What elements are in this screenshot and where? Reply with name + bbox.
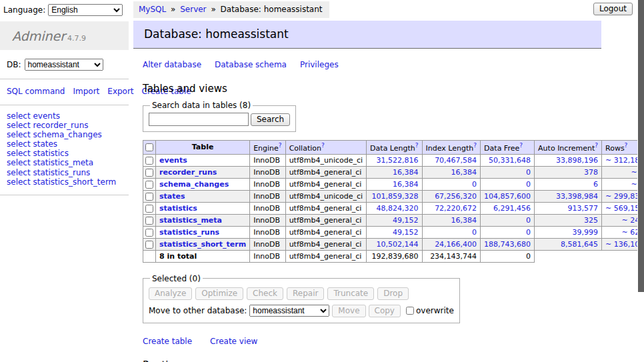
table-name-link-cell: schema_changes bbox=[156, 178, 250, 190]
auto-increment-link[interactable]: 33,898,196 bbox=[556, 156, 598, 165]
data-free-link-cell: 188,743,680 bbox=[481, 238, 535, 250]
data-length-link[interactable]: 16,384 bbox=[393, 180, 419, 189]
table-name-link[interactable]: statistics bbox=[159, 204, 197, 213]
sidebar-table-links: select eventsselect recorder_runsselect … bbox=[0, 105, 129, 195]
data-length-link[interactable]: 31,522,816 bbox=[377, 156, 419, 165]
sidebar-action-link[interactable]: Import bbox=[73, 87, 99, 96]
index-length-link[interactable]: 72,220,672 bbox=[435, 204, 477, 213]
sidebar-select-link[interactable]: select events bbox=[7, 111, 123, 121]
auto-increment-link[interactable]: 8,581,645 bbox=[561, 240, 598, 249]
column-help-link[interactable]: ? bbox=[625, 142, 628, 149]
sidebar-select-link[interactable]: select statistics_short_term bbox=[7, 177, 123, 187]
index-length-link[interactable]: 0 bbox=[472, 228, 477, 237]
sidebar-select-link[interactable]: select statistics_meta bbox=[7, 158, 123, 167]
column-help-link[interactable]: ? bbox=[519, 142, 523, 149]
database-action-link[interactable]: Database schema bbox=[215, 60, 287, 69]
database-action-link[interactable]: Privileges bbox=[300, 60, 339, 69]
create-link[interactable]: Create table bbox=[143, 337, 192, 346]
search-button[interactable]: Search bbox=[251, 113, 290, 126]
breadcrumb-mysql-link[interactable]: MySQL bbox=[139, 5, 166, 14]
index-length-link[interactable]: 16,384 bbox=[451, 168, 477, 177]
index-length-link[interactable]: 24,166,400 bbox=[435, 240, 477, 249]
data-length-link[interactable]: 101,859,328 bbox=[372, 192, 419, 201]
row-checkbox[interactable] bbox=[145, 193, 153, 201]
column-help-link[interactable]: ? bbox=[279, 142, 282, 149]
index-length-link[interactable]: 16,384 bbox=[451, 216, 477, 225]
auto-increment-link[interactable]: 913,577 bbox=[568, 204, 599, 213]
index-length-link[interactable]: 67,256,320 bbox=[435, 192, 477, 201]
column-help-link[interactable]: ? bbox=[321, 142, 325, 149]
vertical-scrollbar[interactable] bbox=[637, 0, 644, 362]
column-help-link[interactable]: ? bbox=[595, 142, 598, 149]
breadcrumb-server-link[interactable]: Server bbox=[180, 5, 206, 14]
auto-increment-link[interactable]: 39,999 bbox=[573, 228, 599, 237]
column-help-link[interactable]: ? bbox=[415, 142, 419, 149]
table-name-link[interactable]: statistics_runs bbox=[159, 228, 219, 237]
data-free-link[interactable]: 0 bbox=[526, 228, 531, 237]
data-free-link[interactable]: 0 bbox=[526, 168, 531, 177]
search-input[interactable] bbox=[149, 113, 249, 126]
logout-button[interactable]: Logout bbox=[593, 3, 633, 15]
table-name-link[interactable]: statistics_short_term bbox=[159, 240, 246, 249]
move-database-select[interactable]: homeassistant bbox=[249, 305, 329, 317]
select-all-checkbox[interactable] bbox=[145, 143, 153, 151]
table-name-link[interactable]: states bbox=[159, 192, 185, 201]
data-free-link[interactable]: 50,331,648 bbox=[489, 156, 531, 165]
table-name-link[interactable]: recorder_runs bbox=[159, 168, 217, 177]
data-length-link-cell: 16,384 bbox=[367, 178, 422, 190]
data-free-link-cell: 50,331,648 bbox=[481, 154, 535, 166]
auto-increment-link-cell: 378 bbox=[535, 166, 602, 178]
auto-increment-link[interactable]: 33,398,984 bbox=[556, 192, 598, 201]
overwrite-checkbox[interactable] bbox=[406, 307, 414, 315]
column-label: Rows bbox=[605, 144, 625, 153]
index-length-link[interactable]: 0 bbox=[472, 180, 477, 189]
column-help-link[interactable]: ? bbox=[473, 142, 477, 149]
overwrite-option[interactable]: overwrite bbox=[406, 306, 454, 315]
table-name-link[interactable]: schema_changes bbox=[159, 180, 229, 189]
data-length-link[interactable]: 49,152 bbox=[393, 216, 419, 225]
scrollbar-thumb[interactable] bbox=[638, 0, 644, 292]
auto-increment-link[interactable]: 6 bbox=[593, 180, 598, 189]
tables-list-table: TableEngine?Collation?Data Length?Index … bbox=[143, 140, 644, 263]
row-checkbox[interactable] bbox=[145, 157, 153, 165]
auto-increment-link[interactable]: 378 bbox=[584, 168, 598, 177]
data-length-link[interactable]: 16,384 bbox=[393, 168, 419, 177]
row-checkbox[interactable] bbox=[145, 169, 153, 177]
sidebar-select-link[interactable]: select recorder_runs bbox=[7, 121, 123, 130]
data-free-link[interactable]: 0 bbox=[526, 180, 531, 189]
row-checkbox[interactable] bbox=[145, 217, 153, 225]
auto-increment-link[interactable]: 325 bbox=[584, 216, 598, 225]
sidebar-select-link[interactable]: select statistics_runs bbox=[7, 168, 123, 177]
sidebar-select-link[interactable]: select states bbox=[7, 139, 123, 149]
sidebar-action-link[interactable]: Export bbox=[107, 87, 133, 96]
sidebar-action-link[interactable]: SQL command bbox=[7, 87, 65, 96]
row-checkbox[interactable] bbox=[145, 205, 153, 213]
sidebar-select-link[interactable]: select statistics bbox=[7, 149, 123, 158]
data-length-link[interactable]: 10,502,144 bbox=[377, 240, 419, 249]
db-label: DB: bbox=[7, 60, 21, 69]
tables-heading: Tables and views bbox=[143, 83, 601, 95]
data-free-link[interactable]: 188,743,680 bbox=[484, 240, 531, 249]
table-name-link[interactable]: statistics_meta bbox=[159, 216, 222, 225]
row-checkbox[interactable] bbox=[145, 241, 153, 249]
index-length-link[interactable]: 70,467,584 bbox=[435, 156, 477, 165]
table-row: eventsInnoDButf8mb4_unicode_ci31,522,816… bbox=[143, 154, 644, 166]
sidebar-select-link[interactable]: select schema_changes bbox=[7, 130, 123, 139]
app-version: 4.7.9 bbox=[67, 34, 86, 43]
row-checkbox[interactable] bbox=[145, 229, 153, 237]
create-link[interactable]: Create view bbox=[210, 337, 257, 346]
language-select[interactable]: English bbox=[48, 4, 123, 16]
data-free-link[interactable]: 0 bbox=[526, 216, 531, 225]
row-select-cell bbox=[143, 202, 156, 214]
auto-increment-link-cell: 6 bbox=[535, 178, 602, 190]
row-checkbox[interactable] bbox=[145, 181, 153, 189]
table-name-link[interactable]: events bbox=[159, 156, 187, 165]
engine-cell: InnoDB bbox=[250, 202, 285, 214]
db-select[interactable]: homeassistant bbox=[25, 59, 103, 71]
database-action-link[interactable]: Alter database bbox=[143, 60, 201, 69]
data-length-link[interactable]: 48,824,320 bbox=[377, 204, 419, 213]
data-length-link[interactable]: 49,152 bbox=[393, 228, 419, 237]
data-free-link[interactable]: 104,857,600 bbox=[484, 192, 531, 201]
data-free-link[interactable]: 6,291,456 bbox=[493, 204, 531, 213]
table-row: statesInnoDButf8mb4_unicode_ci101,859,32… bbox=[143, 190, 644, 202]
